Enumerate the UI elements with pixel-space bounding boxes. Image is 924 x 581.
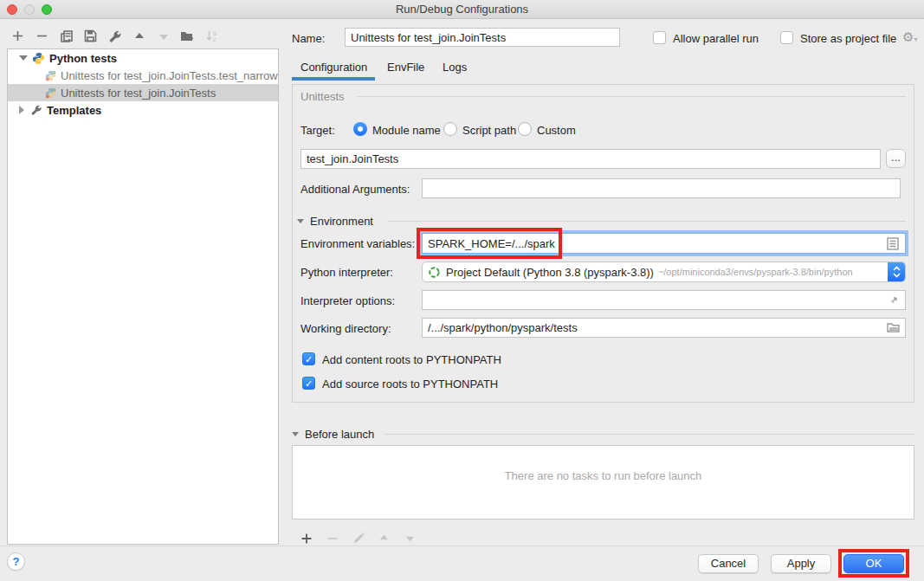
before-launch-section-header[interactable]: Before launch (292, 428, 374, 441)
footer-divider (0, 545, 924, 546)
allow-parallel-run-checkbox[interactable] (653, 31, 666, 44)
radio-custom-label: Custom (537, 124, 576, 137)
tree-item-test-narrow[interactable]: Unittests for test_join.JoinTests.test_n… (8, 67, 278, 84)
python-interpreter-select[interactable]: Project Default (Python 3.8 (pyspark-3.8… (422, 261, 906, 282)
section-divider (358, 96, 906, 97)
environment-variables-input[interactable] (422, 233, 906, 254)
wrench-icon (108, 29, 122, 43)
target-label: Target: (300, 124, 335, 137)
chevron-down-icon (893, 273, 901, 278)
environment-section-header[interactable]: Environment (297, 215, 373, 228)
move-task-down-button[interactable] (401, 529, 419, 547)
arrow-up-icon (133, 30, 145, 42)
python-interpreter-path: ~/opt/miniconda3/envs/pyspark-3.8/bin/py… (658, 267, 888, 277)
tab-logs[interactable]: Logs (443, 61, 467, 74)
pencil-icon (352, 533, 365, 545)
tree-item-templates[interactable]: Templates (8, 101, 278, 119)
environment-variables-label: Environment variables: (300, 237, 415, 250)
section-divider (387, 221, 906, 222)
copy-icon (60, 29, 74, 43)
configurations-tree: Python tests Unittests for test_join.Joi… (7, 48, 279, 545)
tree-item-label: Python tests (49, 52, 117, 65)
before-launch-toolbar (297, 529, 419, 547)
cancel-button[interactable]: Cancel (698, 554, 759, 573)
ok-button[interactable]: OK (843, 554, 904, 573)
target-input[interactable] (300, 149, 881, 169)
add-source-roots-checkbox[interactable]: ✓ (302, 377, 315, 390)
environment-section-title: Environment (310, 215, 373, 228)
additional-arguments-label: Additional Arguments: (300, 183, 410, 196)
chevron-down-icon[interactable] (19, 55, 28, 61)
move-down-button[interactable] (154, 27, 172, 45)
edit-variables-icon[interactable] (887, 237, 899, 250)
move-up-button[interactable] (130, 27, 148, 45)
arrow-down-icon (404, 533, 416, 544)
python-icon (32, 52, 45, 65)
remove-configuration-button[interactable] (33, 27, 51, 45)
move-task-up-button[interactable] (375, 529, 393, 547)
create-folder-button[interactable] (178, 27, 197, 45)
sort-configurations-button[interactable]: a z (203, 27, 221, 45)
store-as-project-file-label: Store as project file (800, 32, 896, 45)
copy-configuration-button[interactable] (57, 27, 75, 45)
name-input[interactable] (345, 28, 620, 47)
tab-envfile[interactable]: EnvFile (387, 61, 424, 74)
arrow-up-icon (378, 533, 390, 544)
radio-script-path-label: Script path (462, 124, 516, 137)
gear-icon[interactable]: ⚙▾ (902, 29, 917, 45)
store-as-project-file-checkbox[interactable] (780, 31, 793, 44)
before-launch-title: Before launch (305, 428, 374, 441)
apply-button[interactable]: Apply (771, 554, 831, 573)
add-source-roots-label: Add source roots to PYTHONPATH (322, 378, 498, 391)
tree-item-jointests-selected[interactable]: Unittests for test_join.JoinTests (8, 84, 278, 101)
interpreter-options-input[interactable] (422, 290, 906, 310)
tree-item-label: Unittests for test_join.JoinTests.test_n… (61, 69, 278, 82)
interpreter-options-label: Interpreter options: (300, 294, 395, 307)
working-directory-label: Working directory: (300, 322, 391, 335)
tree-item-python-tests[interactable]: Python tests (8, 49, 278, 67)
svg-text:z: z (213, 36, 216, 42)
svg-text:a: a (213, 30, 216, 36)
add-configuration-button[interactable] (9, 27, 27, 45)
radio-custom[interactable] (518, 122, 532, 136)
help-button[interactable]: ? (7, 552, 25, 571)
tab-configuration[interactable]: Configuration (300, 61, 367, 74)
edit-templates-button[interactable] (106, 27, 124, 45)
save-configuration-button[interactable] (81, 27, 100, 45)
combo-stepper[interactable] (888, 261, 905, 282)
minus-icon (36, 29, 48, 42)
minus-icon (326, 533, 339, 545)
name-label: Name: (292, 32, 325, 45)
section-divider (384, 434, 914, 435)
radio-module-name[interactable] (353, 122, 367, 136)
tree-item-label: Unittests for test_join.JoinTests (61, 87, 216, 100)
before-launch-task-list[interactable] (292, 445, 914, 520)
run-debug-configurations-dialog: Run/Debug Configurations (0, 0, 924, 581)
add-folder-icon (180, 29, 195, 42)
radio-script-path[interactable] (443, 122, 457, 136)
add-task-button[interactable] (297, 529, 315, 547)
edit-task-button[interactable] (349, 529, 367, 547)
browse-target-button[interactable]: ... (886, 149, 906, 168)
save-icon (84, 29, 97, 42)
plus-icon (11, 29, 24, 42)
additional-arguments-input[interactable] (422, 178, 901, 198)
chevron-right-icon[interactable] (19, 106, 24, 114)
sort-alphabetically-icon: a z (205, 29, 219, 43)
arrow-down-icon (158, 30, 170, 42)
configurations-toolbar: a z (9, 27, 221, 45)
allow-parallel-run-label: Allow parallel run (673, 32, 759, 45)
window-title: Run/Debug Configurations (0, 3, 924, 16)
add-content-roots-checkbox[interactable]: ✓ (302, 352, 315, 365)
remove-task-button[interactable] (323, 529, 341, 547)
active-tab-underline (292, 77, 375, 81)
python-test-icon (45, 87, 56, 99)
browse-folder-icon[interactable] (887, 322, 901, 333)
title-bar: Run/Debug Configurations (0, 0, 924, 19)
conda-environment-icon (428, 266, 441, 279)
expand-field-icon[interactable] (888, 294, 900, 306)
working-directory-input[interactable] (422, 318, 906, 338)
before-launch-empty-message: There are no tasks to run before launch (292, 469, 914, 482)
python-test-icon (45, 70, 56, 81)
plus-icon (300, 533, 313, 545)
